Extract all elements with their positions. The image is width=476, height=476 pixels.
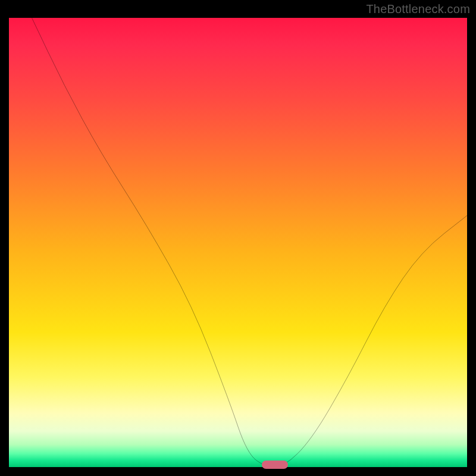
optimal-marker — [262, 461, 288, 469]
chart-frame: TheBottleneck.com — [0, 0, 476, 476]
bottleneck-curve — [9, 18, 467, 467]
plot-area — [9, 18, 467, 467]
curve-path — [32, 18, 468, 467]
watermark-text: TheBottleneck.com — [366, 2, 470, 16]
